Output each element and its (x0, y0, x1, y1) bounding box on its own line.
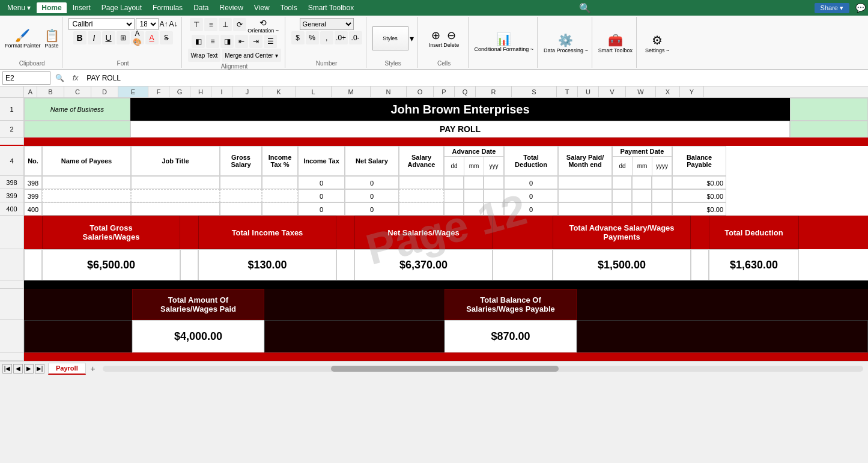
cell-400-gross[interactable] (220, 202, 262, 216)
sheet-nav-next[interactable]: ▶ (24, 364, 34, 374)
orientation-button[interactable]: ⟳ (233, 18, 246, 31)
cell-400-paydd[interactable] (612, 202, 632, 216)
indent-decrease-button[interactable]: ⇤ (235, 35, 248, 48)
menu-item-smart-toolbox[interactable]: Smart Toolbox (303, 2, 359, 13)
col-header-i[interactable]: I (211, 86, 232, 97)
col-header-n[interactable]: N (371, 86, 407, 97)
col-header-t[interactable]: T (557, 86, 578, 97)
bold-button[interactable]: B (73, 31, 86, 44)
col-header-m[interactable]: M (332, 86, 371, 97)
cell-398-name[interactable] (42, 176, 131, 189)
cell-399-paymm[interactable] (632, 189, 652, 202)
cell-399-tax[interactable]: 0 (298, 189, 345, 202)
cell-399-salarypaid[interactable] (558, 189, 612, 202)
align-left-button[interactable]: ◧ (192, 35, 205, 48)
indent-increase-button[interactable]: ⇥ (249, 35, 263, 48)
menu-item-tools[interactable]: Tools (276, 2, 302, 13)
paste-button[interactable]: 📋 Paste (44, 28, 59, 49)
cell-400-balance[interactable]: $0.00 (672, 202, 726, 216)
cell-400-advdd[interactable] (444, 202, 464, 216)
cell-398-paydd[interactable] (612, 176, 632, 189)
fill-color-button[interactable]: A🎨 (131, 31, 144, 44)
border-button[interactable]: ⊞ (117, 31, 130, 44)
col-header-k[interactable]: K (263, 86, 296, 97)
cell-398-title[interactable] (131, 176, 220, 189)
col-header-h[interactable]: H (190, 86, 211, 97)
share-button[interactable]: Share ▾ (815, 3, 849, 13)
col-header-e[interactable]: E (118, 86, 148, 97)
align-right-button[interactable]: ◨ (220, 35, 234, 48)
conditional-formatting-button[interactable]: 📊 Conditional Formatting ~ (475, 18, 533, 65)
col-header-u[interactable]: U (578, 86, 599, 97)
cell-400-payyyyy[interactable] (652, 202, 672, 216)
cell-398-advance[interactable] (399, 176, 444, 189)
col-header-g[interactable]: G (169, 86, 190, 97)
cell-400-paymm[interactable] (632, 202, 652, 216)
cell-398-no[interactable]: 398 (24, 176, 42, 189)
menu-item-page-layout[interactable]: Page Layout (97, 2, 147, 13)
cell-399-payyyyy[interactable] (652, 189, 672, 202)
justify-button[interactable]: ☰ (264, 35, 277, 48)
sheet-tab-payroll[interactable]: Payroll (48, 363, 86, 375)
data-processing-button[interactable]: ⚙️ Data Processing ~ (544, 18, 588, 68)
horizontal-scrollbar[interactable] (103, 366, 863, 372)
col-header-x[interactable]: X (656, 86, 680, 97)
orientation-dropdown[interactable]: ⟲ Orientation ~ (247, 18, 279, 34)
add-sheet-button[interactable]: + (87, 363, 99, 375)
cell-399-advdd[interactable] (444, 189, 464, 202)
cell-400-advance[interactable] (399, 202, 444, 216)
font-color-button[interactable]: A (145, 31, 159, 44)
cell-styles-panel[interactable]: Styles (372, 26, 408, 50)
number-format-selector[interactable]: General (300, 18, 354, 30)
col-header-w[interactable]: W (626, 86, 656, 97)
cell-400-title[interactable] (131, 202, 220, 216)
menu-item-review[interactable]: Review (214, 2, 247, 13)
cell-398-gross[interactable] (220, 176, 262, 189)
insert-cells-button[interactable]: ⊕ Insert (429, 29, 443, 48)
cell-398-advyyyy[interactable] (484, 176, 504, 189)
col-header-r[interactable]: R (476, 86, 512, 97)
cell-398-balance[interactable]: $0.00 (672, 176, 726, 189)
cell-399-advance[interactable] (399, 189, 444, 202)
cell-398-taxpct[interactable] (262, 176, 298, 189)
cell-400-no[interactable]: 400 (24, 202, 42, 216)
col-header-a[interactable]: A (24, 86, 37, 97)
cell-400-name[interactable] (42, 202, 131, 216)
cell-398-advdd[interactable] (444, 176, 464, 189)
cell-400-net[interactable]: 0 (345, 202, 399, 216)
cell-400-deduction[interactable]: 0 (504, 202, 558, 216)
underline-button[interactable]: U (102, 31, 115, 44)
cell-398-salarypaid[interactable] (558, 176, 612, 189)
cell-400-advmm[interactable] (464, 202, 484, 216)
col-header-b[interactable]: B (37, 86, 64, 97)
cell-399-gross[interactable] (220, 189, 262, 202)
format-painter-button[interactable]: 🖌️ Format Painter (5, 28, 41, 49)
settings-button[interactable]: ⚙ Settings ~ (645, 18, 669, 68)
delete-cells-button[interactable]: ⊖ Delete (443, 29, 459, 48)
percent-button[interactable]: % (306, 31, 319, 44)
italic-button[interactable]: I (88, 31, 101, 44)
col-header-y[interactable]: Y (680, 86, 704, 97)
cell-398-advmm[interactable] (464, 176, 484, 189)
menu-item-data[interactable]: Data (189, 2, 213, 13)
col-header-j[interactable]: J (232, 86, 263, 97)
sheet-nav-last[interactable]: ▶| (35, 364, 44, 374)
cell-400-advyyyy[interactable] (484, 202, 504, 216)
menu-item-view[interactable]: View (249, 2, 275, 13)
comment-icon[interactable]: 💬 (855, 3, 866, 13)
col-header-s[interactable]: S (512, 86, 557, 97)
cell-400-tax[interactable]: 0 (298, 202, 345, 216)
wrap-text-button[interactable]: Wrap Text (188, 49, 221, 62)
align-middle-button[interactable]: ≡ (204, 18, 217, 31)
merge-center-button[interactable]: Merge and Center ▾ (222, 49, 281, 62)
col-header-p[interactable]: P (434, 86, 455, 97)
font-name-selector[interactable]: Calibri (68, 18, 135, 30)
align-bottom-button[interactable]: ⊥ (219, 18, 232, 31)
menu-item-menu[interactable]: Menu ▾ (2, 2, 35, 13)
menu-item-insert[interactable]: Insert (68, 2, 96, 13)
cell-398-deduction[interactable]: 0 (504, 176, 558, 189)
horizontal-scrollbar-thumb[interactable] (331, 366, 559, 372)
cell-399-advmm[interactable] (464, 189, 484, 202)
col-header-v[interactable]: V (599, 86, 626, 97)
smart-toolbox-button[interactable]: 🧰 Smart Toolbox (598, 18, 633, 68)
